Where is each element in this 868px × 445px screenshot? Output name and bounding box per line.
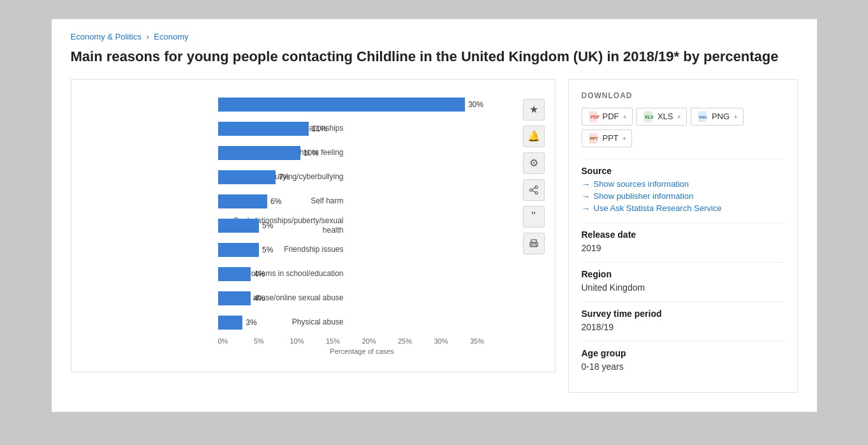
bar-track: 4% (218, 262, 506, 286)
ppt-label: PPT (603, 133, 619, 143)
bar-fill (218, 219, 260, 233)
bar-row: Suicidal thoughts or feeling10% (218, 141, 506, 165)
bar-value: 10% (304, 149, 319, 157)
bar-track: 5% (218, 214, 506, 238)
divider-1 (582, 159, 784, 159)
bar-row: Bullying/cyberbullying7% (218, 165, 506, 189)
svg-rect-7 (531, 244, 536, 246)
bar-fill (218, 170, 276, 184)
x-axis-tick: 25% (398, 337, 434, 345)
xls-icon: XLS (642, 112, 655, 122)
chart-sidebar: ★ 🔔 ⚙ " (519, 92, 548, 355)
source-label: Source (582, 166, 784, 176)
ask-statista-link[interactable]: → Use Ask Statista Research Service (582, 203, 784, 214)
bar-value: 11% (312, 124, 327, 133)
divider-2 (582, 222, 784, 223)
x-axis-tick: 5% (254, 337, 290, 345)
arrow-icon-2: → (582, 191, 591, 201)
svg-line-3 (532, 187, 535, 189)
chart-inner: Mental/emotional health30%Family relatio… (84, 92, 548, 355)
divider-3 (582, 262, 784, 263)
bar-value: 5% (262, 221, 273, 230)
bar-track: 6% (218, 189, 506, 214)
png-label: PNG (712, 112, 730, 121)
bar-row: Physical abuse3% (218, 310, 506, 335)
png-plus: + (733, 113, 737, 120)
x-axis-tick: 10% (290, 337, 327, 345)
svg-text:PPT: PPT (590, 136, 598, 141)
chart-main: Mental/emotional health30%Family relatio… (84, 92, 519, 355)
release-date-label: Release date (582, 230, 784, 240)
survey-period-label: Survey time period (582, 309, 784, 319)
bar-value: 6% (270, 197, 281, 206)
cite-button[interactable]: " (523, 206, 545, 228)
xls-plus: + (677, 113, 681, 120)
bar-fill (218, 243, 260, 257)
bar-track: 11% (218, 117, 506, 141)
chart-container: Mental/emotional health30%Family relatio… (71, 79, 555, 372)
print-button[interactable] (523, 233, 545, 254)
svg-point-2 (535, 191, 538, 194)
bar-value: 3% (246, 318, 256, 327)
bar-track: 30% (218, 92, 506, 117)
ask-statista-label: Use Ask Statista Research Service (594, 203, 722, 213)
bar-row: Problems in school/education4% (218, 262, 506, 286)
bar-fill (218, 98, 465, 112)
page-title: Main reasons for young people contacting… (71, 48, 798, 66)
download-ppt-button[interactable]: PPT PPT + (582, 129, 633, 147)
release-date-value: 2019 (582, 243, 784, 253)
svg-line-4 (532, 191, 535, 193)
right-panel: DOWNLOAD PDF PDF + XLS XLS + (568, 79, 798, 393)
png-icon: PNG (696, 112, 709, 122)
bar-fill (218, 291, 251, 305)
pdf-plus: + (623, 113, 627, 120)
bar-row: Family relationships11% (218, 117, 506, 141)
release-date-section: Release date 2019 (582, 230, 784, 253)
download-png-button[interactable]: PNG PNG + (691, 108, 744, 126)
x-axis-label: Percentage of cases (84, 347, 519, 355)
ppt-icon: PPT (587, 133, 600, 143)
download-title: DOWNLOAD (582, 91, 784, 100)
arrow-icon-3: → (582, 203, 591, 214)
page-wrapper: Economy & Politics › Economy Main reason… (52, 19, 817, 412)
x-axis-tick: 20% (362, 337, 399, 345)
divider-5 (582, 341, 784, 342)
show-sources-label: Show sources information (594, 179, 689, 189)
bar-value: 30% (468, 100, 483, 109)
bar-value: 5% (262, 245, 273, 254)
x-axis: 0%5%10%15%20%25%30%35% (84, 337, 519, 345)
breadcrumb-link-economy-politics[interactable]: Economy & Politics (71, 32, 142, 41)
bar-row: Mental/emotional health30% (218, 92, 506, 117)
breadcrumb: Economy & Politics › Economy (71, 32, 798, 41)
bar-track: 7% (218, 165, 506, 189)
svg-text:PDF: PDF (591, 115, 600, 119)
bar-chart: Mental/emotional health30%Family relatio… (84, 92, 519, 335)
svg-point-1 (529, 189, 532, 191)
bell-button[interactable]: 🔔 (523, 126, 545, 147)
svg-text:XLS: XLS (645, 115, 654, 119)
ppt-plus: + (622, 135, 626, 142)
survey-period-value: 2018/19 (582, 322, 784, 332)
bar-fill (218, 267, 251, 281)
bar-row: Sexual abuse/online sexual abuse4% (218, 286, 506, 310)
download-xls-button[interactable]: XLS XLS + (636, 108, 687, 126)
show-sources-link[interactable]: → Show sources information (582, 179, 784, 189)
bar-track: 4% (218, 286, 506, 310)
gear-button[interactable]: ⚙ (523, 152, 545, 174)
bar-track: 10% (218, 141, 506, 165)
breadcrumb-link-economy[interactable]: Economy (154, 32, 188, 41)
download-pdf-button[interactable]: PDF PDF + (582, 108, 633, 126)
age-group-section: Age group 0-18 years (582, 348, 784, 372)
divider-4 (582, 302, 784, 302)
share-button[interactable] (523, 179, 545, 201)
bar-row: Sex/relationships/puberty/sexual health5… (218, 214, 506, 238)
source-links: → Show sources information → Show publis… (582, 179, 784, 214)
source-section: Source → Show sources information → Show… (582, 166, 784, 214)
x-axis-tick: 35% (470, 337, 506, 345)
x-axis-tick: 15% (326, 337, 362, 345)
bar-value: 4% (254, 270, 265, 279)
arrow-icon-1: → (582, 179, 591, 189)
show-publisher-link[interactable]: → Show publisher information (582, 191, 784, 201)
bar-value: 4% (254, 294, 265, 303)
star-button[interactable]: ★ (523, 99, 545, 120)
